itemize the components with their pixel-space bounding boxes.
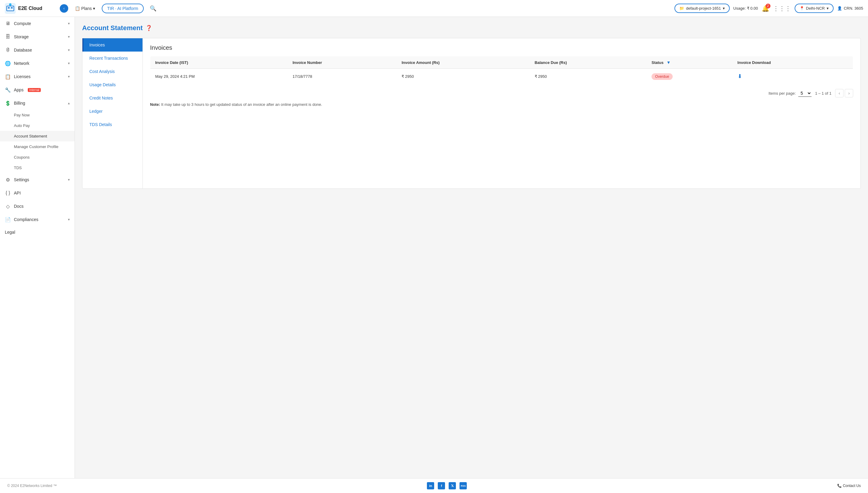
sidebar-item-compute[interactable]: 🖥 Compute ▾ [0,17,75,30]
compute-chevron-icon: ▾ [68,21,70,26]
col-download: Invoice Download [733,57,853,69]
sidebar-item-docs[interactable]: ◇ Docs [0,200,75,213]
nav-item-ledger[interactable]: Ledger [82,105,142,118]
sidebar-label-licenses: Licenses [14,74,31,79]
tir-button[interactable]: TIR · AI Platform [102,4,144,13]
storage-chevron-icon: ▾ [68,35,70,39]
project-selector[interactable]: 📁 default-project-1651 ▾ [674,4,730,13]
sidebar-label-apps: Apps [14,87,23,92]
inner-layout: Invoices Recent Transactions Cost Analys… [82,38,861,189]
database-chevron-icon: ▾ [68,48,70,52]
settings-chevron-icon: ▾ [68,178,70,182]
sidebar-item-account-statement[interactable]: Account Statement [0,131,75,142]
sidebar-item-apps[interactable]: 🔧 Apps Internal [0,83,75,97]
network-icon: 🌐 [5,60,11,66]
sidebar-item-legal[interactable]: Legal [0,226,75,238]
svg-rect-2 [8,7,10,8]
footer-social: in f 𝕏 RSS [427,482,467,489]
sidebar-item-storage[interactable]: 🗄 Storage ▾ [0,30,75,43]
search-button[interactable]: 🔍 [147,4,159,13]
sidebar-item-compliances[interactable]: 📄 Compliances ▾ [0,213,75,226]
svg-rect-3 [11,7,13,8]
cell-number: 17/18/7778 [288,69,397,84]
storage-icon: 🗄 [5,34,11,40]
pagination-row: Items per page: 5 10 25 1 – 1 of 1 ‹ › [150,89,853,98]
cell-status: Overdue [647,69,733,84]
page-title: Account Statement [82,24,142,32]
usage-display: Usage: ₹ 0.00 [733,6,758,10]
user-button[interactable]: 👤 CRN. 3605 [837,6,863,10]
right-panel: Invoices Invoice Date (IST) Invoice Numb… [143,38,861,189]
col-number: Invoice Number [288,57,397,69]
sidebar-item-coupons[interactable]: Coupons [0,152,75,163]
nav-item-recent-transactions[interactable]: Recent Transactions [82,51,142,65]
footer: © 2024 E2Networks Limited ™ in f 𝕏 RSS 📞… [0,478,868,493]
compliances-chevron-icon: ▾ [68,217,70,222]
compute-icon: 🖥 [5,21,11,26]
licenses-chevron-icon: ▾ [68,74,70,79]
sidebar-label-compute: Compute [14,21,31,26]
collapse-sidebar-button[interactable]: ‹ [60,4,68,13]
panel-title: Invoices [150,44,853,51]
table-row: May 29, 2024 4:21 PM 17/18/7778 ₹ 2950 ₹… [150,69,853,84]
sidebar-item-settings[interactable]: ⚙ Settings ▾ [0,173,75,186]
note-text: Note: It may take up to 3 hours to get u… [150,102,853,107]
notification-badge: 2 [766,4,770,8]
sidebar-label-billing: Billing [14,101,25,106]
sidebar-item-database[interactable]: 🛢 Database ▾ [0,43,75,57]
page-title-row: Account Statement ❓ [82,24,861,32]
nav-item-tds-details[interactable]: TDS Details [82,118,142,131]
left-nav: Invoices Recent Transactions Cost Analys… [82,38,143,189]
next-page-button[interactable]: › [845,89,853,98]
sidebar-item-pay-now[interactable]: Pay Now [0,110,75,120]
apps-grid-button[interactable]: ⋮⋮⋮ [773,5,791,12]
sidebar-label-storage: Storage [14,35,29,39]
footer-copyright: © 2024 E2Networks Limited ™ [7,484,57,488]
sidebar-label-docs: Docs [14,204,23,209]
cell-balance: ₹ 2950 [530,69,647,84]
rss-icon[interactable]: RSS [460,482,467,489]
nav-item-invoices[interactable]: Invoices [82,38,142,51]
twitter-icon[interactable]: 𝕏 [449,482,456,489]
sidebar-item-api[interactable]: { } API [0,186,75,200]
prev-page-button[interactable]: ‹ [835,89,844,98]
invoice-table: Invoice Date (IST) Invoice Number Invoic… [150,56,853,84]
sidebar-item-licenses[interactable]: 📋 Licenses ▾ [0,70,75,83]
sidebar-label-api: API [14,191,21,195]
cell-date: May 29, 2024 4:21 PM [150,69,288,84]
sidebar-item-manage-customer-profile[interactable]: Manage Customer Profile [0,142,75,152]
sidebar-item-network[interactable]: 🌐 Network ▾ [0,57,75,70]
help-icon[interactable]: ❓ [145,25,152,31]
filter-icon[interactable]: ▼ [666,60,670,65]
nav-item-usage-details[interactable]: Usage Details [82,78,142,91]
billing-chevron-icon: ▴ [68,101,70,105]
region-selector[interactable]: 📍 Delhi-NCR ▾ [795,4,833,13]
sidebar-label-network: Network [14,61,29,66]
nav-item-credit-notes[interactable]: Credit Notes [82,91,142,105]
facebook-icon[interactable]: f [438,482,445,489]
user-icon: 👤 [837,6,842,10]
plans-icon: 📋 [75,6,80,11]
sidebar-label-settings: Settings [14,177,29,182]
apps-icon: 🔧 [5,87,11,93]
internal-badge: Internal [28,88,41,92]
note-label: Note: [150,102,160,107]
header: E2E Cloud ‹ 📋 Plans ▾ TIR · AI Platform … [0,0,868,17]
items-per-page-label: Items per page: [768,91,795,95]
svg-point-4 [9,3,12,6]
network-chevron-icon: ▾ [68,61,70,65]
pagination-nav: ‹ › [835,89,853,98]
col-date: Invoice Date (IST) [150,57,288,69]
plans-button[interactable]: 📋 Plans ▾ [72,4,98,13]
status-badge: Overdue [651,73,673,80]
download-button[interactable]: ⬇ [738,73,742,80]
database-icon: 🛢 [5,47,11,53]
sidebar-item-billing[interactable]: 💲 Billing ▴ [0,97,75,110]
nav-item-cost-analysis[interactable]: Cost Analysis [82,65,142,78]
sidebar-item-auto-pay[interactable]: Auto Pay [0,120,75,131]
sidebar-item-tds[interactable]: TDS [0,163,75,173]
contact-us-link[interactable]: 📞 Contact Us [837,484,861,488]
notifications-button[interactable]: 🔔 2 [762,5,769,12]
linkedin-icon[interactable]: in [427,482,434,489]
per-page-select[interactable]: 5 10 25 [798,90,811,97]
